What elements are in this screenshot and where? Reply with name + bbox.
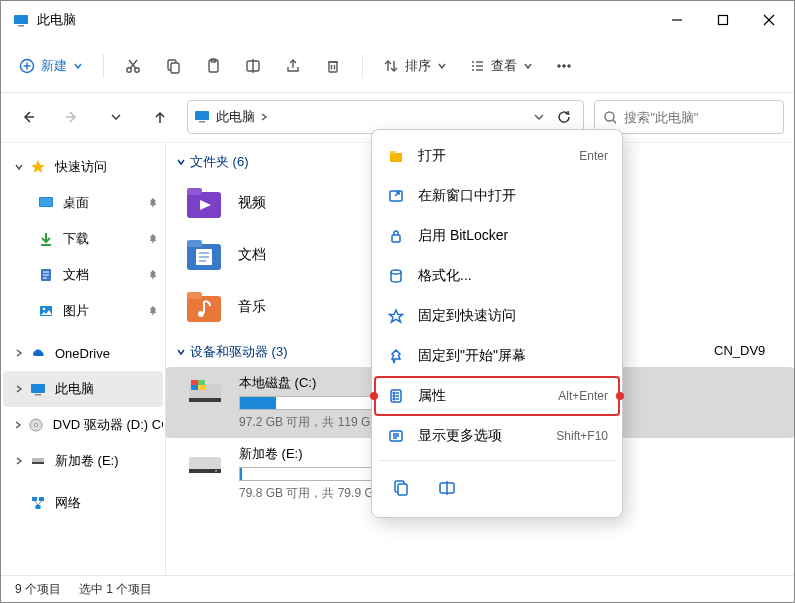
search-box[interactable] <box>594 100 784 134</box>
chevron-down-icon[interactable] <box>533 111 545 123</box>
sidebar-item-quick-access[interactable]: 快速访问 <box>3 149 163 185</box>
sort-label: 排序 <box>405 57 431 75</box>
sidebar-item-documents[interactable]: 文档 <box>3 257 163 293</box>
this-pc-icon <box>194 108 210 127</box>
maximize-button[interactable] <box>700 4 746 36</box>
svg-marker-91 <box>390 310 403 322</box>
pin-icon <box>147 233 159 245</box>
svg-marker-41 <box>31 160 45 173</box>
context-menu: 打开 Enter 在新窗口中打开 启用 BitLocker 格式化... 固定到… <box>371 129 623 518</box>
up-button[interactable] <box>143 100 177 134</box>
pin-icon <box>147 197 159 209</box>
more-options-icon <box>386 427 406 445</box>
download-icon <box>37 230 55 248</box>
svg-point-93 <box>393 392 395 394</box>
svg-rect-37 <box>195 111 209 120</box>
crumb-root[interactable]: 此电脑 <box>216 108 255 126</box>
ctx-new-window[interactable]: 在新窗口中打开 <box>374 176 620 216</box>
sidebar-item-downloads[interactable]: 下载 <box>3 221 163 257</box>
sidebar-item-pictures[interactable]: 图片 <box>3 293 163 329</box>
new-label: 新建 <box>41 57 67 75</box>
pin-icon <box>386 347 406 365</box>
search-input[interactable] <box>624 110 775 125</box>
cut-button[interactable] <box>116 47 150 85</box>
back-button[interactable] <box>11 100 45 134</box>
window-controls <box>654 4 792 36</box>
ctx-pin-start[interactable]: 固定到"开始"屏幕 <box>374 336 620 376</box>
lock-icon <box>386 227 406 245</box>
sidebar-item-this-pc[interactable]: 此电脑 <box>3 371 163 407</box>
close-button[interactable] <box>746 4 792 36</box>
picture-icon <box>37 302 55 320</box>
ctx-copy-button[interactable] <box>384 471 418 505</box>
svg-rect-53 <box>35 394 41 396</box>
ctx-bitlocker[interactable]: 启用 BitLocker <box>374 216 620 256</box>
sidebar: 快速访问 桌面 下载 文档 图片 OneDrive <box>1 143 166 574</box>
ctx-format[interactable]: 格式化... <box>374 256 620 296</box>
separator <box>378 460 616 461</box>
toolbar: 新建 排序 查看 <box>1 39 794 93</box>
new-button[interactable]: 新建 <box>11 47 91 85</box>
svg-rect-58 <box>32 497 37 501</box>
ctx-properties[interactable]: 属性 Alt+Enter <box>374 376 620 416</box>
svg-rect-43 <box>40 198 52 206</box>
view-button[interactable]: 查看 <box>461 47 541 85</box>
copy-button[interactable] <box>156 47 190 85</box>
status-selected-count: 选中 1 个项目 <box>79 581 152 598</box>
status-bar: 9 个项目 选中 1 个项目 <box>1 575 794 602</box>
view-label: 查看 <box>491 57 517 75</box>
sort-button[interactable]: 排序 <box>375 47 455 85</box>
format-icon <box>386 267 406 285</box>
svg-rect-86 <box>390 153 402 162</box>
svg-line-61 <box>35 501 39 505</box>
ctx-more[interactable]: 显示更多选项 Shift+F10 <box>374 416 620 456</box>
svg-rect-73 <box>187 292 202 299</box>
dvd-partial-label: CN_DV9 <box>714 343 794 358</box>
sidebar-item-dvd[interactable]: DVD 驱动器 (D:) CC <box>3 407 163 443</box>
svg-rect-3 <box>719 16 728 25</box>
ctx-rename-button[interactable] <box>430 471 464 505</box>
svg-rect-57 <box>32 462 44 464</box>
this-pc-icon <box>29 380 47 398</box>
videos-folder-icon <box>184 184 224 222</box>
status-item-count: 9 个项目 <box>15 581 61 598</box>
star-outline-icon <box>386 307 406 325</box>
disc-icon <box>28 416 45 434</box>
rename-button[interactable] <box>236 47 270 85</box>
sidebar-item-network[interactable]: 网络 <box>3 485 163 521</box>
svg-point-10 <box>135 67 139 71</box>
forward-button[interactable] <box>55 100 89 134</box>
svg-point-97 <box>393 398 395 400</box>
sidebar-item-desktop[interactable]: 桌面 <box>3 185 163 221</box>
refresh-button[interactable] <box>551 104 577 130</box>
onedrive-icon <box>29 344 47 362</box>
share-button[interactable] <box>276 47 310 85</box>
documents-folder-icon <box>184 236 224 274</box>
svg-point-31 <box>558 64 561 67</box>
svg-rect-79 <box>191 380 198 385</box>
minimize-button[interactable] <box>654 4 700 36</box>
svg-rect-19 <box>329 62 337 72</box>
paste-button[interactable] <box>196 47 230 85</box>
sidebar-item-newvol[interactable]: 新加卷 (E:) <box>3 443 163 479</box>
ctx-open[interactable]: 打开 Enter <box>374 136 620 176</box>
star-icon <box>29 158 47 176</box>
svg-point-55 <box>35 424 38 427</box>
svg-rect-104 <box>398 484 407 495</box>
svg-rect-59 <box>39 497 44 501</box>
svg-rect-89 <box>392 235 400 242</box>
ctx-pin-quick[interactable]: 固定到快速访问 <box>374 296 620 336</box>
sidebar-item-onedrive[interactable]: OneDrive <box>3 335 163 371</box>
svg-point-90 <box>391 270 401 274</box>
drive-icon <box>29 452 47 470</box>
delete-button[interactable] <box>316 47 350 85</box>
svg-rect-60 <box>36 505 41 509</box>
ctx-icon-bar <box>374 465 620 511</box>
svg-rect-81 <box>191 385 198 390</box>
properties-icon <box>386 387 406 405</box>
pin-icon <box>147 269 159 281</box>
svg-point-9 <box>127 67 131 71</box>
recent-dropdown[interactable] <box>99 100 133 134</box>
title-bar: 此电脑 <box>1 1 794 39</box>
more-button[interactable] <box>547 47 581 85</box>
